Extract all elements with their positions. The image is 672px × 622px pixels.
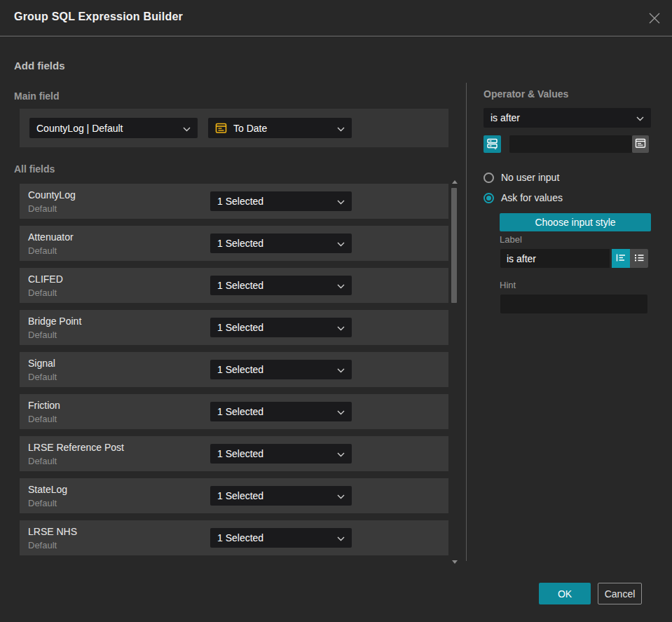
field-subtitle: Default (28, 330, 57, 340)
field-selection-value: 1 Selected (217, 532, 333, 543)
field-selection-value: 1 Selected (217, 322, 333, 333)
calendar-icon (635, 137, 646, 151)
scrollbar-down-arrow[interactable] (452, 560, 458, 564)
field-subtitle: Default (28, 245, 57, 256)
chevron-down-icon (337, 364, 345, 375)
panel-divider (466, 83, 467, 561)
field-selection-value: 1 Selected (217, 280, 333, 291)
field-row: CountyLog Default 1 Selected (20, 184, 448, 219)
choose-input-style-button[interactable]: Choose input style (500, 213, 651, 231)
radio-no-user-input[interactable]: No user input (484, 172, 559, 183)
field-name: StateLog (28, 484, 67, 495)
field-selection-select[interactable]: 1 Selected (210, 444, 352, 464)
field-row: Bridge Point Default 1 Selected (20, 310, 448, 345)
radio-ask-for-values[interactable]: Ask for values (484, 192, 563, 203)
field-subtitle: Default (28, 456, 57, 466)
field-selection-select[interactable]: 1 Selected (210, 318, 352, 337)
chevron-down-icon (337, 448, 345, 459)
scrollbar-up-arrow[interactable] (452, 180, 458, 184)
close-icon[interactable] (647, 11, 662, 26)
field-row: Signal Default 1 Selected (20, 352, 448, 387)
all-fields-list: CountyLog Default 1 Selected Attenuator … (20, 184, 448, 562)
field-subtitle: Default (28, 414, 57, 424)
field-selection-select[interactable]: 1 Selected (210, 360, 352, 379)
field-selection-select[interactable]: 1 Selected (210, 528, 352, 548)
date-picker-button[interactable] (632, 135, 649, 153)
add-fields-heading: Add fields (14, 60, 65, 72)
field-row: Attenuator Default 1 Selected (20, 226, 448, 261)
radio-label: No user input (501, 172, 559, 183)
field-name: Attenuator (28, 231, 74, 243)
field-subtitle: Default (28, 288, 57, 298)
field-selection-select[interactable]: 1 Selected (210, 402, 352, 421)
operator-select[interactable]: is after (484, 108, 651, 128)
hint-caption: Hint (500, 280, 516, 290)
list-style-button[interactable] (630, 249, 648, 268)
field-name: Signal (28, 358, 55, 369)
hint-input[interactable] (500, 295, 647, 313)
main-field-select-value: CountyLog | Default (36, 123, 179, 134)
field-selection-value: 1 Selected (217, 490, 333, 501)
field-selection-value: 1 Selected (217, 364, 333, 375)
operator-select-value: is after (491, 112, 632, 123)
field-name: LRSE NHS (28, 526, 77, 537)
align-left-icon (616, 253, 626, 264)
group-sql-expression-builder-dialog: Group SQL Expression Builder Add fields … (0, 0, 672, 622)
field-selection-select[interactable]: 1 Selected (210, 276, 352, 295)
chevron-down-icon (337, 196, 345, 207)
cancel-button[interactable]: Cancel (598, 583, 642, 604)
ok-button[interactable]: OK (539, 583, 591, 604)
field-row: LRSE NHS Default 1 Selected (20, 520, 448, 555)
field-row: CLIFED Default 1 Selected (20, 268, 448, 303)
operator-values-heading: Operator & Values (484, 88, 568, 100)
scrollbar-thumb[interactable] (451, 188, 457, 303)
stacked-values-icon (486, 137, 498, 151)
field-row: StateLog Default 1 Selected (20, 478, 448, 513)
calendar-icon (215, 122, 227, 134)
field-selection-select[interactable]: 1 Selected (210, 191, 352, 211)
field-name: Friction (28, 400, 60, 411)
label-caption: Label (500, 234, 522, 245)
field-selection-select[interactable]: 1 Selected (210, 234, 352, 253)
date-type-select[interactable]: To Date (208, 118, 352, 138)
dialog-title: Group SQL Expression Builder (14, 11, 183, 23)
chevron-down-icon (337, 532, 345, 543)
single-line-style-button[interactable] (612, 249, 630, 268)
chevron-down-icon (636, 112, 644, 123)
field-selection-value: 1 Selected (217, 196, 333, 207)
chevron-down-icon (183, 123, 191, 134)
field-subtitle: Default (28, 203, 57, 214)
chevron-down-icon (337, 123, 345, 134)
radio-unselected-icon (484, 173, 494, 183)
field-selection-value: 1 Selected (217, 238, 333, 249)
field-selection-value: 1 Selected (217, 448, 333, 459)
chevron-down-icon (337, 280, 345, 291)
all-fields-heading: All fields (14, 163, 55, 175)
date-value-input[interactable] (509, 135, 632, 153)
main-field-section: CountyLog | Default To Date (20, 109, 448, 147)
field-subtitle: Default (28, 540, 57, 550)
field-name: Bridge Point (28, 316, 81, 327)
field-name: CLIFED (28, 273, 63, 285)
field-name: CountyLog (28, 189, 76, 201)
main-field-heading: Main field (14, 90, 60, 102)
radio-label: Ask for values (501, 192, 563, 203)
field-subtitle: Default (28, 498, 57, 508)
field-subtitle: Default (28, 372, 57, 382)
chevron-down-icon (337, 490, 345, 501)
field-row: LRSE Reference Post Default 1 Selected (20, 436, 448, 471)
field-value-toggle-button[interactable] (484, 135, 501, 153)
bulleted-list-icon (634, 253, 645, 264)
chevron-down-icon (337, 406, 345, 417)
chevron-down-icon (337, 322, 345, 333)
field-selection-select[interactable]: 1 Selected (210, 486, 352, 506)
field-row: Friction Default 1 Selected (20, 394, 448, 429)
chevron-down-icon (337, 238, 345, 249)
label-input[interactable] (500, 249, 610, 268)
field-name: LRSE Reference Post (28, 442, 124, 453)
radio-selected-icon (484, 193, 494, 203)
date-type-select-value: To Date (233, 123, 333, 134)
dialog-header: Group SQL Expression Builder (0, 0, 672, 36)
main-field-select[interactable]: CountyLog | Default (29, 118, 198, 138)
field-selection-value: 1 Selected (217, 406, 333, 417)
